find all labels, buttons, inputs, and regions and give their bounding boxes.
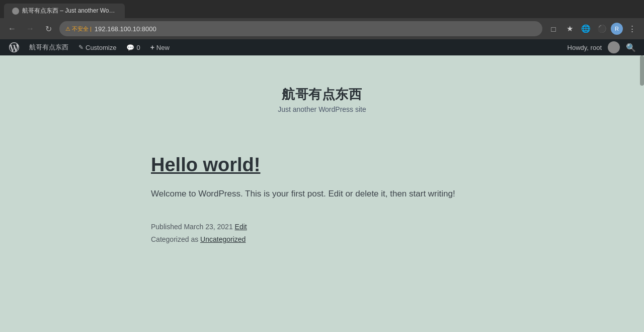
- tab-title: 航哥有点东西 – Just another WordPress site: [22, 7, 117, 15]
- wp-admin-bar: 航哥有点东西 ✎ Customize 💬 0 + New Howdy, root…: [0, 39, 644, 55]
- back-button[interactable]: ←: [5, 22, 19, 36]
- wp-logo-icon: [9, 42, 19, 52]
- menu-button[interactable]: ⋮: [625, 22, 639, 36]
- profile-avatar[interactable]: R: [611, 23, 623, 35]
- user-avatar[interactable]: [608, 41, 620, 53]
- address-bar[interactable]: ⚠ 不安全 | 192.168.100.10:8000: [59, 21, 542, 36]
- new-item[interactable]: + New: [145, 39, 175, 55]
- url-display: 192.168.100.10:8000: [95, 25, 536, 33]
- howdy-label[interactable]: Howdy, root: [564, 44, 606, 51]
- admin-bar-right: Howdy, root 🔍: [564, 39, 640, 55]
- screenshot-button[interactable]: □: [546, 22, 560, 36]
- new-icon: +: [150, 43, 154, 51]
- customize-icon: ✎: [78, 44, 84, 51]
- active-tab[interactable]: 航哥有点东西 – Just another WordPress site: [4, 4, 125, 18]
- category-link[interactable]: Uncategorized: [200, 235, 246, 243]
- forward-button[interactable]: →: [23, 22, 37, 36]
- extensions-button[interactable]: ⚫: [595, 22, 609, 36]
- site-content: 航哥有点东西 Just another WordPress site Hello…: [0, 55, 644, 332]
- earth-icon[interactable]: 🌐: [579, 22, 593, 36]
- site-tagline: Just another WordPress site: [278, 105, 366, 113]
- site-header: 航哥有点东西 Just another WordPress site: [278, 86, 366, 113]
- post-published-line: Published March 23, 2021 Edit: [151, 221, 493, 233]
- site-title: 航哥有点东西: [278, 86, 366, 103]
- comments-count: 0: [136, 44, 140, 51]
- browser-toolbar: ← → ↻ ⚠ 不安全 | 192.168.100.10:8000 □ ★ 🌐 …: [0, 18, 644, 39]
- customize-label: Customize: [86, 44, 116, 51]
- edit-link[interactable]: Edit: [235, 223, 247, 231]
- post-category-line: Categorized as Uncategorized: [151, 233, 493, 246]
- security-indicator: ⚠ 不安全 |: [65, 25, 92, 33]
- warning-icon: ⚠: [65, 26, 70, 32]
- post-article: Hello world! Welcome to WordPress. This …: [151, 154, 493, 246]
- security-label: 不安全: [72, 25, 89, 33]
- comments-icon: 💬: [126, 44, 134, 51]
- wp-logo-item[interactable]: [4, 39, 24, 55]
- wordpress-icon: [9, 42, 19, 52]
- post-date: March 23, 2021: [184, 223, 232, 231]
- bookmark-button[interactable]: ★: [562, 22, 577, 36]
- scrollbar-indicator[interactable]: [640, 55, 644, 86]
- reload-button[interactable]: ↻: [41, 22, 55, 36]
- separator: |: [90, 26, 92, 32]
- categorized-label: Categorized as: [151, 235, 198, 243]
- post-title: Hello world!: [151, 154, 493, 177]
- toolbar-actions: □ ★ 🌐 ⚫ R ⋮: [546, 22, 639, 36]
- site-main: Hello world! Welcome to WordPress. This …: [151, 154, 493, 246]
- post-content: Welcome to WordPress. This is your first…: [151, 187, 493, 201]
- post-meta: Published March 23, 2021 Edit Categorize…: [151, 221, 493, 246]
- new-label: New: [156, 44, 170, 51]
- site-name-label: 航哥有点东西: [29, 43, 68, 52]
- comments-item[interactable]: 💬 0: [121, 39, 145, 55]
- customize-item[interactable]: ✎ Customize: [73, 39, 121, 55]
- published-label: Published: [151, 223, 182, 231]
- search-icon[interactable]: 🔍: [622, 39, 640, 55]
- tab-favicon: [12, 8, 19, 15]
- browser-tabs: 航哥有点东西 – Just another WordPress site: [0, 0, 644, 18]
- browser-chrome: 航哥有点东西 – Just another WordPress site ← →…: [0, 0, 644, 39]
- site-name-item[interactable]: 航哥有点东西: [24, 39, 73, 55]
